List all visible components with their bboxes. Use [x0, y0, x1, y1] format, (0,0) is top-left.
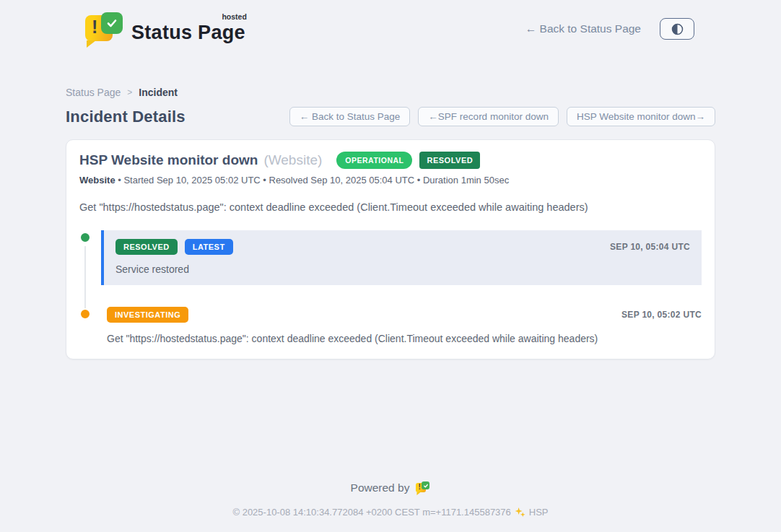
incident-component: (Website)	[263, 152, 322, 168]
update-card-highlighted: RESOLVED LATEST SEP 10, 05:04 UTC Servic…	[101, 230, 702, 285]
incident-meta: Website • Started Sep 10, 2025 05:02 UTC…	[79, 175, 702, 186]
meta-service: Website	[79, 175, 115, 186]
incident-card-header: HSP Website monitor down (Website) OPERA…	[79, 152, 702, 169]
check-icon	[101, 12, 123, 34]
update-timestamp: SEP 10, 05:02 UTC	[621, 310, 702, 320]
brand-name: Status Page	[131, 22, 245, 43]
incident-description: Get "https://hostedstatus.page": context…	[79, 201, 702, 213]
breadcrumb-separator: >	[127, 87, 132, 97]
powered-by-row: Powered by !	[0, 481, 781, 495]
powered-by-text: Powered by	[351, 481, 410, 494]
copyright-text: © 2025-10-08 14:10:34.772084 +0200 CEST …	[232, 507, 510, 518]
incident-title: HSP Website monitor down	[79, 152, 258, 168]
brand-text: Status Page hosted	[131, 14, 245, 44]
timeline-dot-green	[79, 232, 91, 243]
update-message: Service restored	[115, 263, 690, 275]
update-message: Get "https://hostedstatus.page": context…	[107, 333, 702, 344]
timeline-dot-orange	[79, 308, 91, 320]
latest-update-badge: LATEST	[185, 239, 233, 255]
theme-toggle-button[interactable]	[660, 18, 694, 40]
hosted-superscript: hosted	[222, 12, 246, 21]
header-back-link[interactable]: ← Back to Status Page	[525, 22, 641, 35]
resolved-badge: RESOLVED	[419, 152, 480, 169]
exclamation-mark: !	[92, 17, 97, 38]
header: ! Status Page hosted ← Back to Status Pa…	[0, 0, 781, 48]
footer-exclamation-mark: !	[418, 483, 420, 491]
prev-incident-button[interactable]: ←SPF record monitor down	[418, 107, 559, 126]
update-header: RESOLVED LATEST SEP 10, 05:04 UTC	[115, 239, 690, 255]
breadcrumb: Status Page > Incident	[66, 87, 715, 98]
operational-badge: OPERATIONAL	[336, 152, 412, 169]
breadcrumb-status-page[interactable]: Status Page	[66, 87, 121, 98]
back-to-status-page-button[interactable]: ← Back to Status Page	[289, 107, 411, 126]
update-header: INVESTIGATING SEP 10, 05:02 UTC	[107, 307, 702, 323]
footer-check-icon	[422, 481, 429, 489]
resolved-update-badge: RESOLVED	[115, 239, 178, 255]
update-badges: RESOLVED LATEST	[115, 239, 233, 255]
footer: Powered by ! © 2025-10-08 14:10:34.77208…	[0, 481, 781, 518]
incident-timeline: RESOLVED LATEST SEP 10, 05:04 UTC Servic…	[79, 230, 702, 344]
title-row: Incident Details ← Back to Status Page ←…	[66, 107, 715, 126]
meta-details: • Started Sep 10, 2025 05:02 UTC • Resol…	[115, 175, 510, 186]
investigating-update-badge: INVESTIGATING	[107, 307, 188, 323]
page-title: Incident Details	[66, 108, 186, 126]
update-badges: INVESTIGATING	[107, 307, 188, 323]
app-logo[interactable]: ! Status Page hosted	[85, 11, 245, 47]
breadcrumb-incident: Incident	[139, 87, 178, 98]
header-right: ← Back to Status Page	[525, 18, 694, 40]
copyright-row: © 2025-10-08 14:10:34.772084 +0200 CEST …	[0, 507, 781, 518]
half-moon-icon	[671, 23, 684, 35]
main-content: Status Page > Incident Incident Details …	[66, 87, 715, 359]
next-incident-button[interactable]: HSP Website monitor down→	[567, 107, 715, 126]
status-page-logo-icon: !	[85, 11, 123, 47]
incident-card: HSP Website monitor down (Website) OPERA…	[66, 139, 715, 359]
timeline-connector-line	[84, 246, 86, 313]
incident-badges: OPERATIONAL RESOLVED	[336, 152, 480, 169]
incident-nav-buttons: ← Back to Status Page ←SPF record monito…	[289, 107, 715, 126]
sparkles-icon	[515, 507, 525, 518]
update-timestamp: SEP 10, 05:04 UTC	[610, 242, 690, 252]
timeline-item-resolved: RESOLVED LATEST SEP 10, 05:04 UTC Servic…	[101, 230, 702, 285]
brand-suffix: HSP	[529, 507, 549, 518]
timeline-item-investigating: INVESTIGATING SEP 10, 05:02 UTC Get "htt…	[101, 307, 702, 344]
footer-logo-icon: !	[416, 481, 430, 495]
